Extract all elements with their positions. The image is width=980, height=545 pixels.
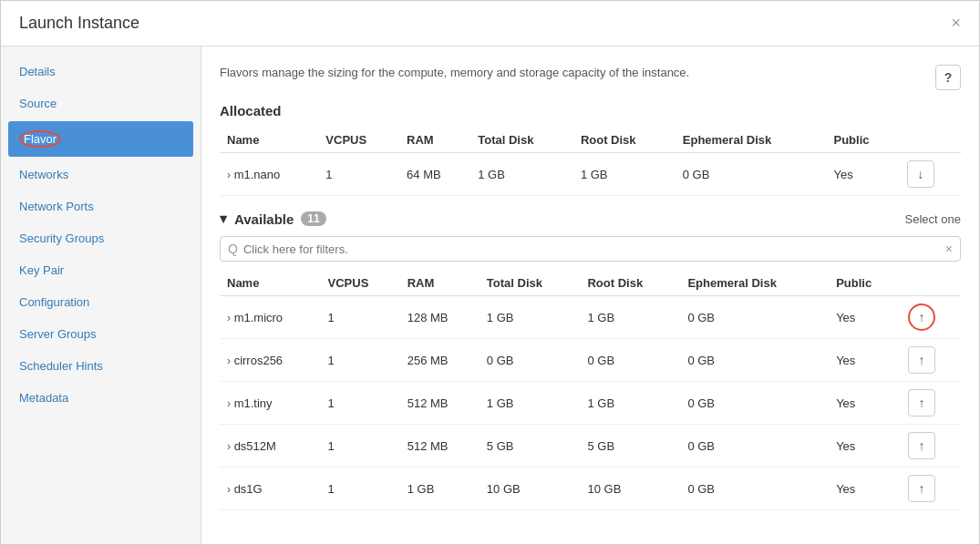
available-row-vcpus-3: 1 xyxy=(321,425,400,468)
available-row-vcpus-1: 1 xyxy=(321,339,400,382)
available-row-name-4: › ds1G xyxy=(220,468,321,510)
available-col-ephemeral-disk: Ephemeral Disk xyxy=(680,271,829,296)
select-one-label: Select one xyxy=(905,212,961,226)
expand-button[interactable]: › xyxy=(227,397,231,410)
modal-body: Details Source Flavor Networks Network P… xyxy=(1,46,979,544)
filter-row: Q × xyxy=(220,236,961,262)
remove-button[interactable]: ↓ xyxy=(907,160,934,188)
allocated-row-ephemeral-disk: 0 GB xyxy=(676,153,827,196)
table-row: › m1.nano 1 64 MB 1 GB 1 GB 0 GB Yes ↓ xyxy=(220,153,961,196)
available-row-total-disk-1: 0 GB xyxy=(480,339,581,382)
table-row: › ds1G 1 1 GB 10 GB 10 GB 0 GB Yes ↑ xyxy=(220,468,961,510)
available-row-public-2: Yes xyxy=(829,382,901,425)
available-row-ram-0: 128 MB xyxy=(400,296,480,339)
allocated-col-public: Public xyxy=(827,128,900,153)
available-row-root-disk-0: 1 GB xyxy=(580,296,680,339)
table-row: › m1.tiny 1 512 MB 1 GB 1 GB 0 GB Yes ↑ xyxy=(220,382,961,425)
sidebar-item-metadata[interactable]: Metadata xyxy=(1,382,201,414)
available-row-vcpus-4: 1 xyxy=(321,468,400,510)
available-title: Available xyxy=(234,211,294,227)
available-table: Name VCPUS RAM Total Disk Root Disk Ephe… xyxy=(220,271,961,510)
available-table-header: Name VCPUS RAM Total Disk Root Disk Ephe… xyxy=(220,271,961,296)
available-row-root-disk-4: 10 GB xyxy=(580,468,680,510)
allocated-row-vcpus: 1 xyxy=(318,153,399,196)
help-button[interactable]: ? xyxy=(935,65,961,90)
allocated-col-root-disk: Root Disk xyxy=(573,128,676,153)
available-row-ephemeral-disk-2: 0 GB xyxy=(680,382,829,425)
expand-button[interactable]: › xyxy=(227,483,231,496)
close-button[interactable]: × xyxy=(951,14,961,33)
available-row-ram-2: 512 MB xyxy=(400,382,480,425)
main-content: Flavors manage the sizing for the comput… xyxy=(201,46,979,544)
available-col-name: Name xyxy=(220,271,321,296)
add-button[interactable]: ↑ xyxy=(908,475,935,502)
filter-input[interactable] xyxy=(243,242,940,256)
allocated-col-vcpus: VCPUS xyxy=(318,128,399,153)
sidebar-item-security-groups[interactable]: Security Groups xyxy=(1,222,201,254)
add-button[interactable]: ↑ xyxy=(908,303,935,331)
available-row-action-3: ↑ xyxy=(901,425,961,468)
available-row-root-disk-1: 0 GB xyxy=(580,339,680,382)
expand-button[interactable]: › xyxy=(227,440,231,453)
sidebar-item-key-pair[interactable]: Key Pair xyxy=(1,254,201,286)
allocated-row-public: Yes xyxy=(827,153,900,196)
available-row-root-disk-3: 5 GB xyxy=(580,425,680,468)
allocated-table-header: Name VCPUS RAM Total Disk Root Disk Ephe… xyxy=(220,128,961,153)
available-row-public-4: Yes xyxy=(829,468,901,510)
allocated-row-root-disk: 1 GB xyxy=(573,153,676,196)
available-row-total-disk-2: 1 GB xyxy=(480,382,581,425)
allocated-col-action xyxy=(900,128,961,153)
available-row-name-0: › m1.micro xyxy=(220,296,321,339)
allocated-col-name: Name xyxy=(220,128,318,153)
available-section: ▾ Available 11 Select one Q × Name xyxy=(220,211,961,510)
chevron-down-icon: ▾ xyxy=(220,211,227,227)
available-col-root-disk: Root Disk xyxy=(580,271,680,296)
available-row-ephemeral-disk-4: 0 GB xyxy=(680,468,829,510)
table-row: › m1.micro 1 128 MB 1 GB 1 GB 0 GB Yes ↑ xyxy=(220,296,961,339)
sidebar-item-flavor[interactable]: Flavor xyxy=(8,121,193,157)
available-row-action-0: ↑ xyxy=(901,296,961,339)
allocated-section: Allocated Name VCPUS RAM Total Disk Root… xyxy=(220,103,961,196)
search-icon: Q xyxy=(228,242,238,256)
available-row-vcpus-0: 1 xyxy=(321,296,400,339)
available-row-action-1: ↑ xyxy=(901,339,961,382)
allocated-col-ephemeral-disk: Ephemeral Disk xyxy=(676,128,827,153)
available-row-ephemeral-disk-0: 0 GB xyxy=(680,296,829,339)
available-row-total-disk-4: 10 GB xyxy=(480,468,581,510)
sidebar: Details Source Flavor Networks Network P… xyxy=(1,46,201,544)
available-count-badge: 11 xyxy=(301,211,325,226)
sidebar-item-networks[interactable]: Networks xyxy=(1,159,201,190)
modal-header: Launch Instance × xyxy=(1,1,979,46)
sidebar-item-network-ports[interactable]: Network Ports xyxy=(1,190,201,222)
allocated-row-name: › m1.nano xyxy=(220,153,318,196)
allocated-title: Allocated xyxy=(220,103,961,118)
launch-instance-modal: Launch Instance × Details Source Flavor … xyxy=(0,0,980,545)
expand-button[interactable]: › xyxy=(227,355,231,367)
allocated-col-total-disk: Total Disk xyxy=(470,128,573,153)
sidebar-item-scheduler-hints[interactable]: Scheduler Hints xyxy=(1,350,201,382)
sidebar-item-configuration[interactable]: Configuration xyxy=(1,286,201,318)
available-row-action-2: ↑ xyxy=(901,382,961,425)
modal-title: Launch Instance xyxy=(19,14,139,33)
available-row-action-4: ↑ xyxy=(901,468,961,510)
available-row-public-1: Yes xyxy=(829,339,901,382)
add-button[interactable]: ↑ xyxy=(908,432,935,459)
available-row-ram-4: 1 GB xyxy=(400,468,480,510)
available-row-ephemeral-disk-3: 0 GB xyxy=(680,425,829,468)
available-row-ephemeral-disk-1: 0 GB xyxy=(680,339,829,382)
sidebar-item-server-groups[interactable]: Server Groups xyxy=(1,318,201,350)
available-row-total-disk-3: 5 GB xyxy=(480,425,581,468)
available-row-public-0: Yes xyxy=(829,296,901,339)
available-col-ram: RAM xyxy=(400,271,480,296)
available-row-name-2: › m1.tiny xyxy=(220,382,321,425)
add-button[interactable]: ↑ xyxy=(908,389,935,416)
sidebar-item-source[interactable]: Source xyxy=(1,87,201,119)
available-col-vcpus: VCPUS xyxy=(321,271,400,296)
sidebar-item-details[interactable]: Details xyxy=(1,56,201,87)
filter-clear-button[interactable]: × xyxy=(945,242,953,256)
available-row-total-disk-0: 1 GB xyxy=(480,296,581,339)
expand-button[interactable]: › xyxy=(227,169,231,181)
available-col-action xyxy=(901,271,961,296)
expand-button[interactable]: › xyxy=(227,312,231,324)
add-button[interactable]: ↑ xyxy=(908,346,935,374)
